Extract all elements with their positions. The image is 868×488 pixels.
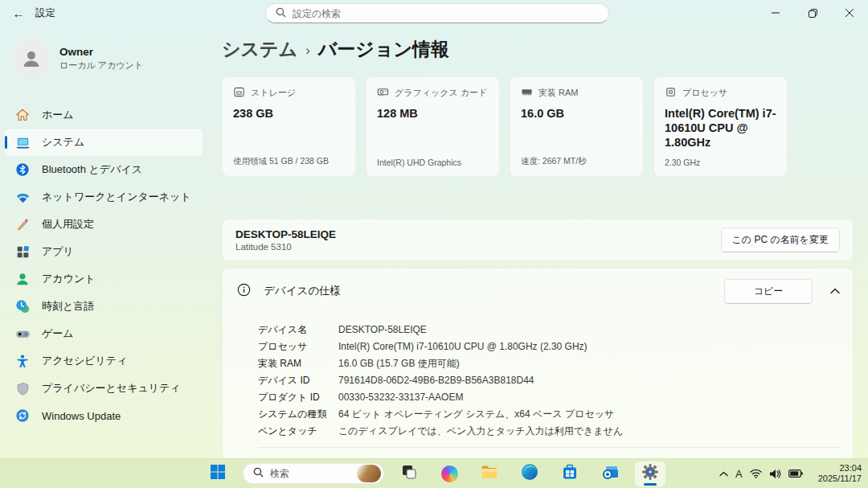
divider — [258, 447, 840, 448]
system-icon — [14, 134, 31, 150]
card-label: 実装 RAM — [538, 87, 579, 99]
sidebar-item-network-internet[interactable]: ネットワークとインターネット — [5, 183, 203, 211]
network-icon — [14, 189, 31, 205]
rename-pc-button[interactable]: この PC の名前を変更 — [721, 228, 840, 252]
settings-gear-icon — [641, 463, 659, 484]
card-caption: 使用領域 51 GB / 238 GB — [233, 156, 345, 167]
sidebar-nav: ホーム システム Bluetooth とデバイス ネットワークとインターネット … — [5, 101, 203, 429]
apps-icon — [14, 244, 31, 260]
windows-update-icon — [14, 408, 31, 424]
sidebar-item-home[interactable]: ホーム — [5, 101, 203, 129]
volume-icon[interactable] — [769, 469, 781, 479]
battery-icon[interactable] — [788, 470, 803, 478]
clock[interactable]: 23:04 2025/11/17 — [818, 463, 862, 485]
copy-button[interactable]: コピー — [724, 279, 813, 304]
sidebar-item-label: アカウント — [42, 272, 96, 286]
sidebar-item-time-language[interactable]: 時刻と言語 — [5, 293, 203, 320]
avatar — [13, 40, 50, 77]
close-button[interactable] — [831, 0, 868, 26]
restore-button[interactable] — [794, 0, 831, 26]
storage-card: ストレージ 238 GB 使用領域 51 GB / 238 GB — [222, 76, 356, 177]
edge-icon — [521, 463, 538, 484]
account-block: Owner ローカル アカウント — [5, 37, 203, 90]
device-specs-rows: デバイス名 DESKTOP-58LEIQE プロセッサ Intel(R) Cor… — [223, 314, 853, 448]
taskbar-search-box[interactable] — [243, 463, 384, 484]
breadcrumb-system[interactable]: システム — [222, 37, 297, 62]
spec-row-pen-touch: ペンとタッチ このディスプレイでは、ペン入力とタッチ入力は利用できません — [258, 423, 840, 440]
sidebar-item-bluetooth-devices[interactable]: Bluetooth とデバイス — [5, 156, 203, 183]
windows-logo-icon — [210, 464, 226, 483]
tray-chevron-up-icon[interactable] — [719, 471, 728, 477]
settings-taskbar-button[interactable] — [635, 461, 665, 486]
spec-row-device-id: デバイス ID 791614D8-06D2-49B6-B2B9-B56A3B81… — [258, 372, 840, 389]
device-specs-header[interactable]: デバイスの仕様 コピー — [223, 269, 853, 314]
sidebar-item-label: アプリ — [42, 244, 74, 259]
back-arrow-icon: ← — [13, 6, 25, 20]
card-label: ストレージ — [251, 87, 296, 99]
spec-row-processor: プロセッサ Intel(R) Core(TM) i7-10610U CPU @ … — [258, 338, 840, 355]
task-view-button[interactable] — [394, 461, 424, 486]
edge-button[interactable] — [514, 461, 545, 486]
summary-cards: ストレージ 238 GB 使用領域 51 GB / 238 GB グラフィックス… — [222, 76, 854, 177]
search-highlight-image — [357, 465, 381, 482]
system-tray: A 23:04 2025/11/17 — [719, 459, 862, 488]
sidebar-item-accessibility[interactable]: アクセシビリティ — [5, 347, 203, 375]
spec-row-ram: 実装 RAM 16.0 GB (15.7 GB 使用可能) — [258, 355, 840, 372]
spec-row-product-id: プロダクト ID 00330-53232-33137-AAOEM — [258, 389, 840, 406]
taskbar: A 23:04 2025/11/17 — [0, 458, 868, 488]
outlook-button[interactable] — [595, 461, 625, 486]
accounts-icon — [14, 271, 31, 287]
sidebar-item-gaming[interactable]: ゲーム — [5, 320, 203, 347]
file-explorer-button[interactable] — [474, 461, 505, 486]
copilot-icon — [441, 465, 458, 482]
account-type: ローカル アカウント — [59, 59, 143, 72]
sidebar-item-accounts[interactable]: アカウント — [5, 265, 203, 293]
ime-indicator[interactable]: A — [735, 468, 743, 480]
wifi-icon[interactable] — [750, 469, 762, 478]
sidebar-item-personalization[interactable]: 個人用設定 — [5, 211, 203, 238]
device-specs-title: デバイスの仕様 — [264, 284, 341, 298]
sidebar-item-system[interactable]: システム — [5, 129, 203, 156]
sidebar-item-label: システム — [42, 135, 84, 150]
back-button[interactable]: ← — [6, 2, 31, 24]
ram-card: 実装 RAM 16.0 GB 速度: 2667 MT/秒 — [510, 76, 644, 177]
app-title: 設定 — [35, 6, 55, 20]
card-caption: Intel(R) UHD Graphics — [377, 158, 489, 167]
chevron-up-icon[interactable] — [830, 288, 840, 294]
sidebar-item-privacy-security[interactable]: プライバシーとセキュリティ — [5, 375, 203, 402]
cpu-icon — [665, 86, 677, 100]
task-view-icon — [401, 464, 417, 483]
copilot-button[interactable] — [434, 461, 465, 486]
sidebar: Owner ローカル アカウント ホーム システム Bluetooth とデバイ… — [0, 26, 211, 458]
device-specs-panel: デバイスの仕様 コピー デバイス名 DESKTOP-58LEIQE プロセッサ … — [222, 268, 854, 458]
start-button[interactable] — [203, 461, 233, 486]
account-name: Owner — [59, 46, 143, 58]
settings-search-input[interactable] — [293, 8, 599, 19]
card-value: 16.0 GB — [521, 106, 633, 121]
card-value: 128 MB — [377, 106, 489, 121]
sidebar-item-label: 時刻と言語 — [42, 299, 94, 314]
minimize-button[interactable] — [757, 0, 794, 26]
home-icon — [14, 107, 31, 123]
settings-search-box[interactable] — [265, 3, 609, 23]
sidebar-item-label: Windows Update — [42, 410, 121, 422]
breadcrumb: システム › バージョン情報 — [222, 37, 854, 62]
titlebar: ← 設定 — [0, 0, 868, 26]
taskbar-search-input[interactable] — [270, 468, 350, 479]
spec-row-system-type: システムの種類 64 ビット オペレーティング システム、x64 ベース プロセ… — [258, 406, 840, 423]
sidebar-item-windows-update[interactable]: Windows Update — [5, 402, 203, 429]
card-label: プロセッサ — [682, 87, 727, 99]
time-language-icon — [14, 298, 31, 314]
sidebar-item-apps[interactable]: アプリ — [5, 238, 203, 265]
bluetooth-icon — [14, 162, 31, 178]
sidebar-item-label: Bluetooth とデバイス — [42, 162, 142, 177]
sidebar-item-label: ネットワークとインターネット — [42, 190, 191, 204]
microsoft-store-button[interactable] — [555, 461, 585, 486]
search-icon — [276, 6, 286, 21]
sidebar-item-label: ゲーム — [42, 326, 74, 341]
gaming-icon — [14, 326, 31, 342]
spec-row-device-name: デバイス名 DESKTOP-58LEIQE — [258, 322, 840, 338]
clock-date: 2025/11/17 — [818, 474, 862, 485]
privacy-icon — [14, 380, 31, 396]
file-explorer-icon — [481, 465, 498, 483]
